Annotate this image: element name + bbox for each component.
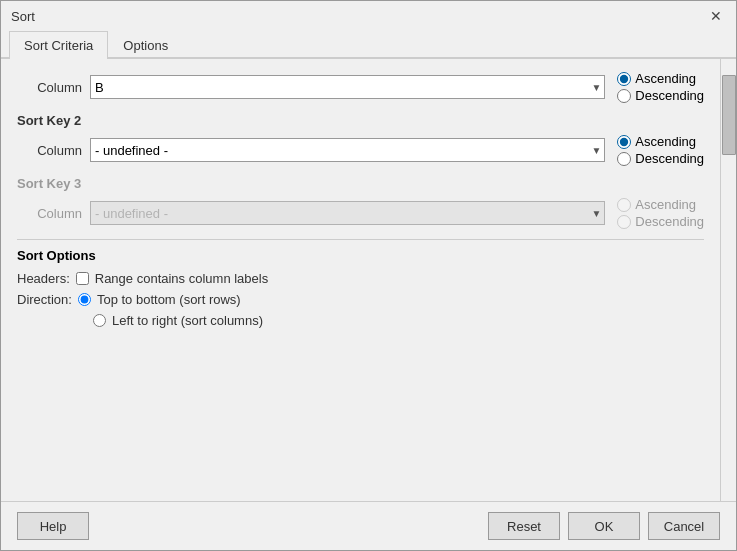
headers-checkbox[interactable] bbox=[76, 272, 89, 285]
content-area: Column B ▼ Ascending bbox=[1, 59, 736, 501]
direction-row: Direction: Top to bottom (sort rows) bbox=[17, 292, 704, 307]
sort-options-title: Sort Options bbox=[17, 248, 704, 263]
sort-key-1-row: Column B ▼ Ascending bbox=[17, 71, 704, 103]
sort-key-2-ascending-option[interactable]: Ascending bbox=[617, 134, 704, 149]
sort-key-1-radio-group: Ascending Descending bbox=[617, 71, 704, 103]
sort-key-3-ascending-option: Ascending bbox=[617, 197, 704, 212]
sort-key-3-radio-group: Ascending Descending bbox=[617, 197, 704, 229]
sort-key-1-column-wrapper: B ▼ bbox=[90, 75, 605, 99]
sort-key-2-column-wrapper: - undefined - ▼ bbox=[90, 138, 605, 162]
sort-key-2-column-select[interactable]: - undefined - bbox=[90, 138, 605, 162]
ok-button[interactable]: OK bbox=[568, 512, 640, 540]
tab-options[interactable]: Options bbox=[108, 31, 183, 59]
top-to-bottom-radio[interactable] bbox=[78, 293, 91, 306]
sort-key-3-label: Sort Key 3 bbox=[17, 176, 704, 191]
title-bar: Sort ✕ bbox=[1, 1, 736, 31]
tab-bar: Sort Criteria Options bbox=[1, 31, 736, 59]
main-panel: Column B ▼ Ascending bbox=[1, 59, 720, 501]
scrollbar[interactable] bbox=[720, 59, 736, 501]
options-divider bbox=[17, 239, 704, 240]
sort-dialog: Sort ✕ Sort Criteria Options Column B ▼ bbox=[0, 0, 737, 551]
sort-key-3-column-label: Column bbox=[17, 206, 82, 221]
sort-key-1-ascending-option[interactable]: Ascending bbox=[617, 71, 704, 86]
direction-label: Direction: bbox=[17, 292, 72, 307]
sort-key-2-radio-group: Ascending Descending bbox=[617, 134, 704, 166]
headers-row: Headers: Range contains column labels bbox=[17, 271, 704, 286]
sort-key-1-section: Column B ▼ Ascending bbox=[17, 71, 704, 103]
headers-label: Headers: bbox=[17, 271, 70, 286]
footer: Help Reset OK Cancel bbox=[1, 501, 736, 550]
sort-key-3-row: Column - undefined - ▼ Ascending bbox=[17, 197, 704, 229]
sort-key-2-label: Sort Key 2 bbox=[17, 113, 704, 128]
sort-key-3-descending-radio bbox=[617, 215, 631, 229]
left-to-right-label: Left to right (sort columns) bbox=[112, 313, 263, 328]
scrollbar-thumb[interactable] bbox=[722, 75, 736, 155]
left-to-right-radio[interactable] bbox=[93, 314, 106, 327]
sort-key-3-column-wrapper: - undefined - ▼ bbox=[90, 201, 605, 225]
sort-key-1-column-label: Column bbox=[17, 80, 82, 95]
footer-left: Help bbox=[17, 512, 89, 540]
sort-key-3-ascending-radio bbox=[617, 198, 631, 212]
close-button[interactable]: ✕ bbox=[706, 7, 726, 25]
dialog-title: Sort bbox=[11, 9, 35, 24]
sort-key-2-column-label: Column bbox=[17, 143, 82, 158]
tab-sort-criteria[interactable]: Sort Criteria bbox=[9, 31, 108, 59]
sort-key-2-ascending-radio[interactable] bbox=[617, 135, 631, 149]
sort-key-2-descending-option[interactable]: Descending bbox=[617, 151, 704, 166]
sort-key-3-section: Sort Key 3 Column - undefined - ▼ Ascend… bbox=[17, 176, 704, 229]
left-to-right-row: Left to right (sort columns) bbox=[17, 313, 704, 328]
headers-checkbox-label: Range contains column labels bbox=[95, 271, 268, 286]
sort-key-1-column-select[interactable]: B bbox=[90, 75, 605, 99]
cancel-button[interactable]: Cancel bbox=[648, 512, 720, 540]
top-to-bottom-label: Top to bottom (sort rows) bbox=[97, 292, 241, 307]
sort-key-2-descending-radio[interactable] bbox=[617, 152, 631, 166]
sort-key-2-row: Column - undefined - ▼ Ascending bbox=[17, 134, 704, 166]
sort-key-3-column-select: - undefined - bbox=[90, 201, 605, 225]
reset-button[interactable]: Reset bbox=[488, 512, 560, 540]
footer-right: Reset OK Cancel bbox=[488, 512, 720, 540]
sort-options-section: Sort Options Headers: Range contains col… bbox=[17, 248, 704, 328]
sort-key-1-descending-radio[interactable] bbox=[617, 89, 631, 103]
help-button[interactable]: Help bbox=[17, 512, 89, 540]
sort-key-1-ascending-radio[interactable] bbox=[617, 72, 631, 86]
sort-key-2-section: Sort Key 2 Column - undefined - ▼ Ascend… bbox=[17, 113, 704, 166]
sort-key-3-descending-option: Descending bbox=[617, 214, 704, 229]
sort-key-1-descending-option[interactable]: Descending bbox=[617, 88, 704, 103]
